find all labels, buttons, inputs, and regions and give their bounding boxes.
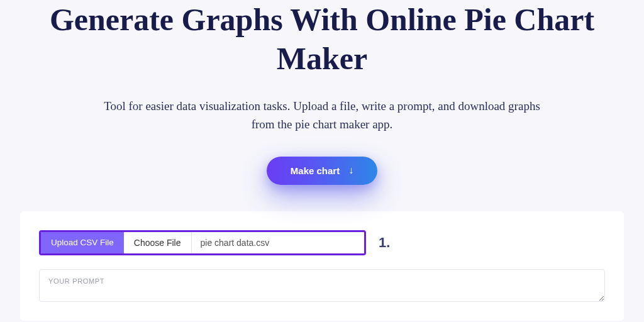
arrow-down-icon: ↓ (348, 165, 353, 175)
selected-file-name: pie chart data.csv (191, 232, 365, 253)
page-subtitle: Tool for easier data visualization tasks… (102, 97, 542, 134)
upload-csv-label: Upload CSV File (41, 232, 124, 253)
make-chart-button[interactable]: Make chart ↓ (267, 157, 377, 185)
prompt-input[interactable] (39, 269, 605, 302)
choose-file-button[interactable]: Choose File (124, 232, 191, 253)
form-card: Upload CSV File Choose File pie chart da… (20, 211, 624, 321)
make-chart-label: Make chart (291, 165, 340, 176)
step-number: 1. (379, 235, 390, 251)
upload-csv-block: Upload CSV File Choose File pie chart da… (39, 230, 366, 255)
page-title: Generate Graphs With Online Pie Chart Ma… (33, 0, 611, 78)
